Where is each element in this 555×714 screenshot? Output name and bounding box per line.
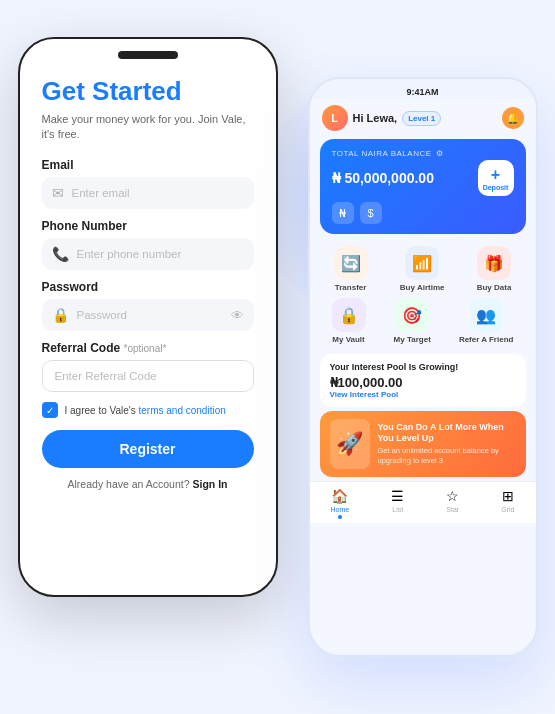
interest-card: Your Interest Pool Is Growing! ₦100,000.…	[320, 354, 526, 407]
star-icon: ☆	[446, 488, 459, 504]
vault-action[interactable]: 🔒 My Vault	[332, 298, 366, 344]
email-label: Email	[42, 158, 254, 172]
dashboard-phone: 9:41AM L Hi Lewa, Level 1 🔔 TOTAL NAIRA …	[308, 77, 538, 657]
email-icon: ✉	[52, 185, 64, 201]
status-bar: 9:41AM	[310, 79, 536, 99]
terms-link[interactable]: terms and condition	[139, 405, 226, 416]
data-icon: 🎁	[477, 246, 511, 280]
email-placeholder: Enter email	[72, 187, 244, 199]
dashboard-header: L Hi Lewa, Level 1 🔔	[310, 99, 536, 135]
deposit-label: Deposit	[483, 184, 509, 191]
levelup-illustration: 🚀	[330, 419, 370, 469]
phone-icon: 📞	[52, 246, 69, 262]
level-badge: Level 1	[402, 111, 441, 126]
balance-label: TOTAL NAIRA BALANCE ⚙	[332, 149, 514, 158]
interest-amount: ₦100,000.00	[330, 375, 516, 390]
grid-icon: ⊞	[502, 488, 514, 504]
interest-link[interactable]: View Interest Pool	[330, 390, 516, 399]
register-button[interactable]: Register	[42, 430, 254, 468]
phone-placeholder: Enter phone number	[77, 248, 244, 260]
signin-link[interactable]: Sign In	[192, 478, 227, 490]
airtime-icon: 📶	[405, 246, 439, 280]
target-label: My Target	[394, 335, 431, 344]
naira-icon[interactable]: ₦	[332, 202, 354, 224]
scene: Get Started Make your money work for you…	[18, 17, 538, 697]
target-action[interactable]: 🎯 My Target	[394, 298, 431, 344]
bottom-nav: 🏠 Home ☰ List ☆ Star ⊞ Grid	[310, 481, 536, 523]
balance-card: TOTAL NAIRA BALANCE ⚙ ₦ 50,000,000.00 + …	[320, 139, 526, 234]
settings-icon: ⚙	[436, 149, 444, 158]
phone-input-wrap[interactable]: 📞 Enter phone number	[42, 238, 254, 270]
greeting-text: Hi Lewa,	[353, 112, 398, 124]
levelup-title: You Can Do A Lot More When You Level Up	[378, 422, 516, 444]
notification-bell[interactable]: 🔔	[502, 107, 524, 129]
deposit-button[interactable]: + Deposit	[478, 160, 514, 196]
phone-label: Phone Number	[42, 219, 254, 233]
nav-home[interactable]: 🏠 Home	[331, 488, 350, 519]
levelup-subtitle: Get an unlimited account balance by upgr…	[378, 446, 516, 466]
list-icon: ☰	[391, 488, 404, 504]
levelup-text: You Can Do A Lot More When You Level Up …	[378, 422, 516, 465]
interest-title: Your Interest Pool Is Growing!	[330, 362, 516, 372]
transfer-label: Transfer	[335, 283, 367, 292]
terms-text: I agree to Vale's terms and condition	[65, 405, 226, 416]
airtime-label: Buy Airtime	[400, 283, 445, 292]
signin-row: Already have an Account? Sign In	[42, 478, 254, 490]
data-label: Buy Data	[477, 283, 512, 292]
terms-row: ✓ I agree to Vale's terms and condition	[42, 402, 254, 418]
nav-star-label: Star	[446, 506, 459, 513]
email-input-wrap[interactable]: ✉ Enter email	[42, 177, 254, 209]
refer-action[interactable]: 👥 Refer A Friend	[459, 298, 514, 344]
terms-checkbox[interactable]: ✓	[42, 402, 58, 418]
balance-icons: ₦ $	[332, 202, 514, 224]
password-label: Password	[42, 280, 254, 294]
registration-phone: Get Started Make your money work for you…	[18, 37, 278, 597]
refer-label: Refer A Friend	[459, 335, 514, 344]
nav-grid-label: Grid	[501, 506, 514, 513]
page-subtitle: Make your money work for you. Join Vale,…	[42, 112, 254, 143]
referral-input[interactable]: Enter Referral Code	[42, 360, 254, 392]
vault-icon: 🔒	[332, 298, 366, 332]
nav-star[interactable]: ☆ Star	[446, 488, 459, 519]
refer-icon: 👥	[469, 298, 503, 332]
password-placeholder: Password	[77, 309, 231, 321]
vault-label: My Vault	[332, 335, 364, 344]
quick-actions-row1: 🔄 Transfer 📶 Buy Airtime 🎁 Buy Data	[310, 238, 536, 296]
quick-actions-row2: 🔒 My Vault 🎯 My Target 👥 Refer A Friend	[310, 296, 536, 350]
lock-icon: 🔒	[52, 307, 69, 323]
airtime-action[interactable]: 📶 Buy Airtime	[400, 246, 445, 292]
target-icon: 🎯	[395, 298, 429, 332]
nav-list[interactable]: ☰ List	[391, 488, 404, 519]
optional-label: *optional*	[124, 343, 167, 354]
check-icon: ✓	[46, 405, 54, 416]
transfer-icon: 🔄	[334, 246, 368, 280]
password-input-wrap[interactable]: 🔒 Password 👁	[42, 299, 254, 331]
phone-notch	[118, 51, 178, 59]
eye-icon[interactable]: 👁	[231, 308, 244, 323]
nav-grid[interactable]: ⊞ Grid	[501, 488, 514, 519]
home-icon: 🏠	[331, 488, 348, 504]
page-title: Get Started	[42, 77, 254, 106]
balance-row: ₦ 50,000,000.00 + Deposit	[332, 160, 514, 196]
nav-home-label: Home	[331, 506, 350, 513]
data-action[interactable]: 🎁 Buy Data	[477, 246, 512, 292]
plus-icon: +	[491, 166, 500, 184]
dashboard-content: L Hi Lewa, Level 1 🔔 TOTAL NAIRA BALANCE…	[310, 99, 536, 653]
nav-list-label: List	[392, 506, 403, 513]
avatar: L	[322, 105, 348, 131]
transfer-action[interactable]: 🔄 Transfer	[334, 246, 368, 292]
levelup-card[interactable]: 🚀 You Can Do A Lot More When You Level U…	[320, 411, 526, 477]
dollar-icon[interactable]: $	[360, 202, 382, 224]
nav-active-dot	[338, 515, 342, 519]
referral-label: Referral Code *optional*	[42, 341, 254, 355]
balance-amount: ₦ 50,000,000.00	[332, 170, 434, 186]
user-info: L Hi Lewa, Level 1	[322, 105, 442, 131]
